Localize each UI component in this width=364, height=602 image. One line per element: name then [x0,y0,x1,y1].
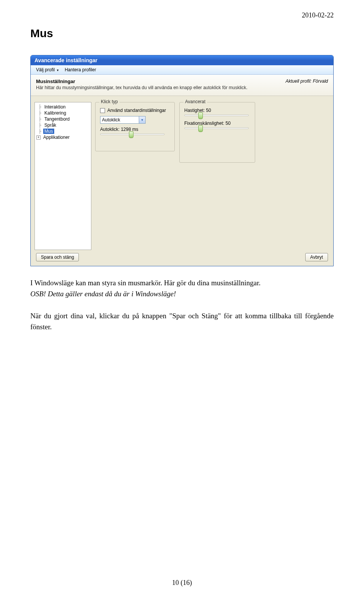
chevron-down-icon: ▼ [139,116,145,123]
autoklick-value-label: Autoklick: 1298 ms [100,127,170,132]
menubar: Välj profil ▾ Hantera profiler [31,65,333,75]
tree-item-label: Språk [43,123,57,128]
tree-item-label: Kalibrering [43,110,67,116]
nav-tree[interactable]: ├ Interaktion ├ Kalibrering ├ Tangentbor… [35,102,91,250]
tree-connector-icon: ├ [36,129,43,134]
tree-item-label: Applikationer [42,135,71,140]
body-text-line: I Windowsläge kan man styra sin musmarkö… [30,279,260,287]
content-area: ├ Interaktion ├ Kalibrering ├ Tangentbor… [31,96,333,266]
fixation-label: Fixationskänslighet: 50 [184,121,250,126]
tree-item-interaktion[interactable]: ├ Interaktion [36,104,89,110]
window-titlebar[interactable]: Avancerade inställningar [31,55,333,65]
dialog-button-bar: Spara och stäng Avbryt [35,250,329,261]
body-paragraph-2: När du gjort dina val, klickar du på kna… [30,311,334,332]
body-text-note: OSB! Detta gäller endast då du är i Wind… [30,290,176,298]
tree-connector-icon: ├ [36,123,43,128]
expand-icon[interactable]: + [36,135,41,140]
use-default-label: Använd standardinställningar [107,108,166,113]
header-area: Musinställningar Här hittar du musstyrni… [31,75,333,96]
menu-manage-profiles[interactable]: Hantera profiler [63,66,99,73]
header-subtitle: Här hittar du musstyrningsinställningar,… [36,85,286,90]
tree-item-tangentbord[interactable]: ├ Tangentbord [36,116,89,122]
page-number: 10 (16) [0,579,364,587]
tree-item-mus[interactable]: ├ Mus [36,128,89,134]
tree-connector-icon: ├ [36,104,43,110]
speed-slider[interactable] [184,115,249,116]
slider-thumb[interactable] [198,112,203,119]
header-title: Musinställningar [36,79,286,84]
menu-label: Välj profil [36,67,55,72]
chevron-down-icon: ▾ [57,68,59,72]
settings-window: Avancerade inställningar Välj profil ▾ H… [30,55,334,266]
tree-item-label: Tangentbord [43,116,71,122]
groupbox-click-type: Klick typ Använd standardinställningar A… [95,102,175,151]
section-title: Mus [30,27,334,40]
menu-select-profile[interactable]: Välj profil ▾ [34,66,61,73]
tree-item-label: Interaktion [43,104,67,110]
tree-item-kalibrering[interactable]: ├ Kalibrering [36,110,89,116]
body-paragraph-1: I Windowsläge kan man styra sin musmarkö… [30,278,334,299]
current-profile-label: Aktuell profil: Förvald [286,79,328,84]
combo-value: Autoklick [102,117,120,123]
group-legend: Klick typ [99,99,119,104]
fixation-slider[interactable] [184,127,249,129]
tree-connector-icon: ├ [36,116,43,122]
click-type-combo[interactable]: Autoklick ▼ [100,116,146,124]
tree-item-applikationer[interactable]: + Applikationer [36,134,89,140]
groupbox-advanced: Avancerat Hastighet: 50 Fixationskänslig… [179,102,255,163]
tree-connector-icon: ├ [36,110,43,116]
save-and-close-button[interactable]: Spara och stäng [36,253,79,261]
slider-thumb[interactable] [198,125,203,132]
cancel-button[interactable]: Avbryt [305,253,328,261]
group-legend: Avancerat [184,99,207,104]
use-default-checkbox[interactable] [100,108,105,113]
page-date: 2010-02-22 [30,11,334,19]
tree-item-sprak[interactable]: ├ Språk [36,122,89,128]
speed-label: Hastighet: 50 [184,108,250,113]
slider-thumb[interactable] [129,131,133,138]
tree-item-label: Mus [43,129,54,134]
autoklick-slider[interactable] [100,134,165,135]
